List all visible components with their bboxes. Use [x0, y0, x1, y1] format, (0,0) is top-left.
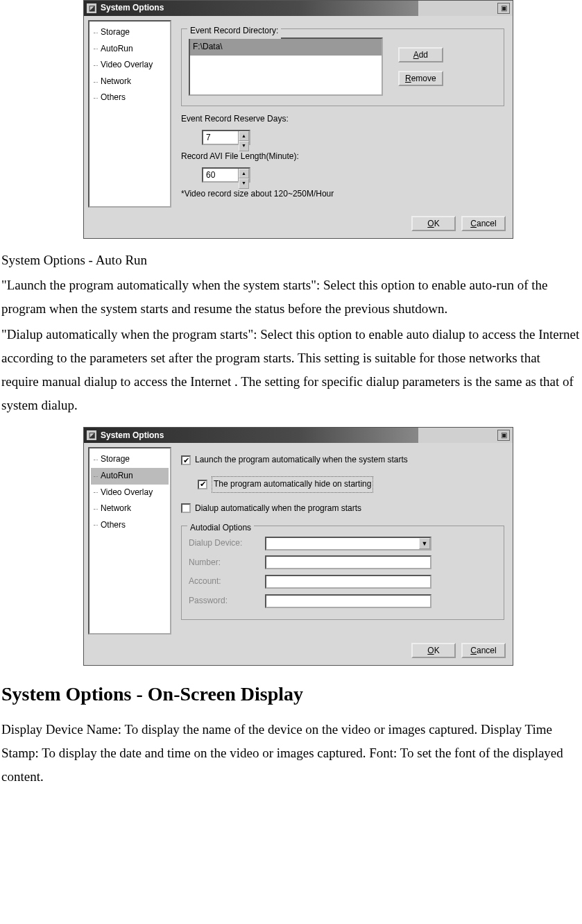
group-label: Autodial Options [187, 521, 254, 536]
tree-item-autorun[interactable]: AutoRun [91, 41, 169, 58]
avi-length-spinner[interactable]: ▲▼ [202, 167, 250, 183]
tree-item-autorun[interactable]: AutoRun [91, 468, 169, 485]
system-options-dialog-storage: ◪ System Options ▣ Storage AutoRun Video… [83, 0, 513, 239]
paragraph-dialup: "Dialup automatically when the program s… [1, 323, 581, 418]
avi-length-label: Record AVI File Length(Minute): [181, 149, 504, 165]
checkbox-hide-on-start[interactable]: ✔ The program automatically hide on star… [198, 476, 373, 493]
cancel-button[interactable]: Cancel [461, 216, 506, 231]
number-input[interactable] [265, 555, 431, 569]
tree-item-video-overlay[interactable]: Video Overlay [91, 485, 169, 501]
chevron-up-icon[interactable]: ▲ [239, 169, 249, 179]
tree-item-others[interactable]: Others [91, 517, 169, 534]
reserve-days-input[interactable] [203, 131, 238, 144]
paragraph-osd: Display Device Name: To display the name… [1, 718, 581, 789]
group-label: Event Record Directory: [187, 24, 281, 39]
avi-length-input[interactable] [203, 169, 238, 181]
directory-listbox[interactable]: F:\Data\ [189, 37, 383, 96]
ok-button[interactable]: OK [411, 643, 456, 658]
checkbox-checked-icon: ✔ [181, 455, 191, 465]
add-button[interactable]: Add [398, 47, 443, 62]
dialup-device-combo[interactable]: ▼ [265, 537, 431, 551]
tree-item-network[interactable]: Network [91, 501, 169, 517]
options-tree[interactable]: Storage AutoRun Video Overlay Network Ot… [88, 20, 171, 208]
titlebar[interactable]: ◪ System Options ▣ [84, 1, 513, 16]
reserve-days-label: Event Record Reserve Days: [181, 112, 504, 127]
chevron-up-icon[interactable]: ▲ [239, 131, 249, 142]
titlebar[interactable]: ◪ System Options ▣ [84, 428, 513, 443]
paragraph-launch: "Launch the program automatically when t… [1, 274, 581, 321]
event-record-directory-group: Event Record Directory: F:\Data\ Add Rem… [181, 28, 504, 106]
checkbox-label: Dialup automatically when the program st… [195, 501, 361, 516]
heading-osd: System Options - On-Screen Display [1, 677, 582, 712]
options-tree[interactable]: Storage AutoRun Video Overlay Network Ot… [88, 447, 171, 635]
cancel-button[interactable]: Cancel [461, 643, 506, 658]
window-title: System Options [101, 1, 164, 16]
restore-icon[interactable]: ▣ [497, 3, 510, 14]
section-heading-autorun: System Options - Auto Run [1, 249, 581, 272]
account-input[interactable] [265, 575, 431, 589]
app-icon: ◪ [87, 3, 96, 13]
reserve-days-spinner[interactable]: ▲▼ [202, 130, 250, 145]
system-options-dialog-autorun: ◪ System Options ▣ Storage AutoRun Video… [83, 427, 513, 666]
window-title: System Options [101, 428, 164, 444]
checkbox-label: The program automatically hide on starti… [212, 476, 373, 493]
chevron-down-icon[interactable]: ▼ [419, 538, 430, 549]
checkbox-unchecked-icon [181, 503, 191, 513]
dialup-device-label: Dialup Device: [189, 536, 258, 551]
tree-item-video-overlay[interactable]: Video Overlay [91, 57, 169, 74]
password-label: Password: [189, 594, 258, 609]
checkbox-label: Launch the program automatically when th… [195, 453, 408, 468]
restore-icon[interactable]: ▣ [497, 430, 510, 441]
checkbox-checked-icon: ✔ [198, 480, 207, 489]
remove-button[interactable]: Remove [398, 71, 443, 86]
password-input[interactable] [265, 594, 431, 608]
tree-item-network[interactable]: Network [91, 74, 169, 90]
number-label: Number: [189, 555, 258, 571]
app-icon: ◪ [87, 430, 96, 440]
tree-item-others[interactable]: Others [91, 90, 169, 106]
directory-item[interactable]: F:\Data\ [190, 39, 382, 56]
account-label: Account: [189, 574, 258, 589]
autodial-options-group: Autodial Options Dialup Device: ▼ Number… [181, 526, 504, 620]
video-size-note: *Video record size about 120~250M/Hour [181, 187, 504, 202]
tree-item-storage[interactable]: Storage [91, 24, 169, 41]
checkbox-launch-auto[interactable]: ✔ Launch the program automatically when … [181, 453, 408, 468]
ok-button[interactable]: OK [411, 216, 456, 231]
tree-item-storage[interactable]: Storage [91, 451, 169, 468]
checkbox-dialup-auto[interactable]: Dialup automatically when the program st… [181, 501, 361, 516]
